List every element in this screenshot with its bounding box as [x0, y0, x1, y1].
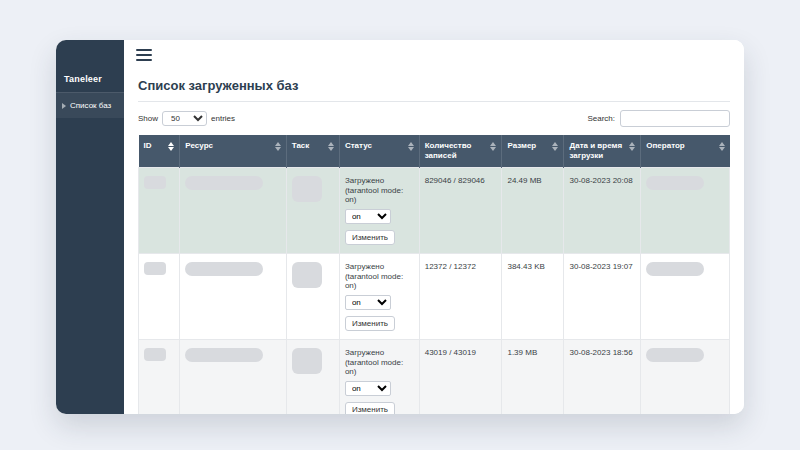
page-length-select[interactable]: 50: [162, 111, 207, 126]
entries-label: entries: [211, 114, 235, 123]
status-cell: Загружено (tarantool mode: on) on Измени…: [339, 254, 419, 340]
status-text: Загружено: [345, 262, 414, 271]
sort-icon[interactable]: [168, 142, 174, 151]
sort-icon[interactable]: [629, 142, 635, 161]
records-cell: 829046 / 829046: [419, 168, 502, 254]
sort-icon[interactable]: [275, 142, 281, 151]
show-label: Show: [138, 114, 158, 123]
topbar: [124, 40, 744, 70]
search-control: Search:: [587, 110, 730, 127]
hamburger-menu-icon[interactable]: [136, 46, 152, 64]
column-header-size[interactable]: Размер: [502, 135, 564, 168]
content: Список загруженных баз Show 50 entries S…: [124, 70, 744, 414]
search-label: Search:: [587, 114, 615, 123]
records-cell: 12372 / 12372: [419, 254, 502, 340]
app-window: Taneleer Список баз Список загруженных б…: [56, 40, 744, 414]
divider: [138, 101, 730, 102]
resource-placeholder: [185, 176, 263, 190]
table-row: Загружено (tarantool mode: on) on Измени…: [139, 340, 730, 415]
column-header-resource[interactable]: Ресурс: [180, 135, 286, 168]
sort-icon[interactable]: [408, 142, 414, 151]
chevron-right-icon: [62, 103, 66, 109]
mode-select[interactable]: on: [345, 381, 391, 396]
sidebar: Taneleer Список баз: [56, 40, 124, 414]
page-length-control: Show 50 entries: [138, 111, 235, 126]
status-text: Загружено: [345, 176, 414, 185]
task-placeholder: [292, 262, 322, 288]
status-mode-text: (tarantool mode: on): [345, 272, 414, 290]
resource-placeholder: [185, 348, 263, 362]
mode-select[interactable]: on: [345, 209, 391, 224]
task-placeholder: [292, 176, 322, 202]
id-placeholder: [144, 176, 166, 189]
status-text: Загружено: [345, 348, 414, 357]
sort-icon[interactable]: [328, 142, 334, 151]
id-placeholder: [144, 348, 166, 361]
column-header-datetime[interactable]: Дата и время загрузки: [564, 135, 641, 168]
datetime-cell: 30-08-2023 18:56: [564, 340, 641, 415]
status-mode-text: (tarantool mode: on): [345, 358, 414, 376]
status-cell: Загружено (tarantool mode: on) on Измени…: [339, 340, 419, 415]
mode-select[interactable]: on: [345, 295, 391, 310]
column-header-task[interactable]: Таск: [286, 135, 339, 168]
operator-placeholder: [646, 176, 704, 190]
status-cell: Загружено (tarantool mode: on) on Измени…: [339, 168, 419, 254]
sort-icon[interactable]: [719, 142, 725, 151]
sidebar-item-bases[interactable]: Список баз: [56, 93, 124, 118]
table-controls: Show 50 entries Search:: [138, 110, 730, 127]
datetime-cell: 30-08-2023 20:08: [564, 168, 641, 254]
column-header-records[interactable]: Количество записей: [419, 135, 502, 168]
sidebar-nav: Список баз: [56, 93, 124, 118]
size-cell: 24.49 MB: [502, 168, 564, 254]
size-cell: 384.43 KB: [502, 254, 564, 340]
id-placeholder: [144, 262, 166, 275]
records-cell: 43019 / 43019: [419, 340, 502, 415]
main-area: Список загруженных баз Show 50 entries S…: [124, 40, 744, 414]
change-button[interactable]: Изменить: [345, 402, 395, 414]
databases-table: ID Ресурс Таск Статус Количество записей…: [138, 135, 730, 414]
table-row: Загружено (tarantool mode: on) on Измени…: [139, 168, 730, 254]
table-row: Загружено (tarantool mode: on) on Измени…: [139, 254, 730, 340]
column-header-status[interactable]: Статус: [339, 135, 419, 168]
sidebar-item-label: Список баз: [70, 101, 111, 110]
table-header: ID Ресурс Таск Статус Количество записей…: [139, 135, 730, 168]
resource-placeholder: [185, 262, 263, 276]
change-button[interactable]: Изменить: [345, 230, 395, 245]
operator-placeholder: [646, 348, 704, 362]
status-mode-text: (tarantool mode: on): [345, 186, 414, 204]
change-button[interactable]: Изменить: [345, 316, 395, 331]
page-title: Список загруженных баз: [138, 74, 730, 101]
operator-placeholder: [646, 262, 704, 276]
search-input[interactable]: [620, 110, 730, 127]
table-body: Загружено (tarantool mode: on) on Измени…: [139, 168, 730, 415]
brand: Taneleer: [56, 40, 124, 93]
column-header-operator[interactable]: Оператор: [641, 135, 730, 168]
size-cell: 1.39 MB: [502, 340, 564, 415]
column-header-id[interactable]: ID: [139, 135, 180, 168]
sort-icon[interactable]: [552, 142, 558, 151]
task-placeholder: [292, 348, 322, 374]
datetime-cell: 30-08-2023 19:07: [564, 254, 641, 340]
sort-icon[interactable]: [490, 142, 496, 161]
